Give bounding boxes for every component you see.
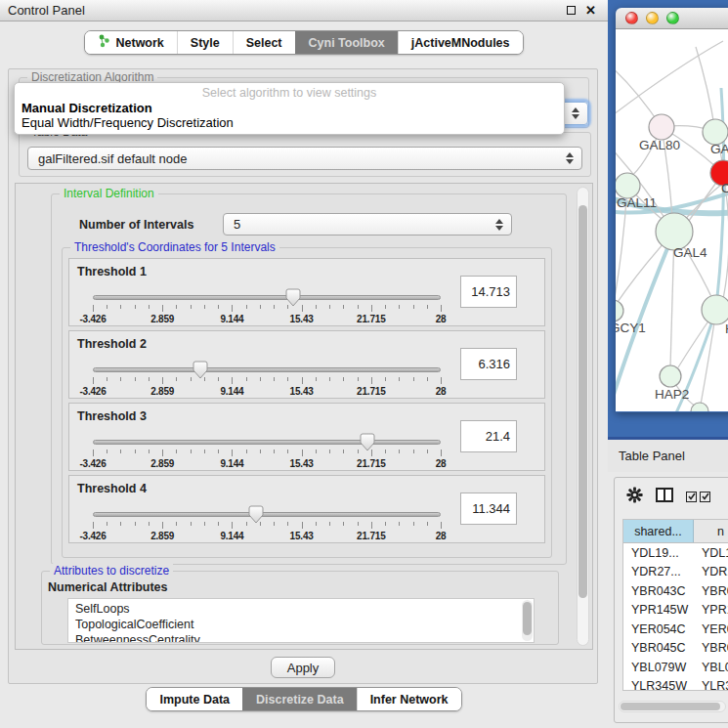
cyni-toolbox-panel: Discretization Algorithm Table Data galF… bbox=[8, 68, 598, 684]
checkbox-icon[interactable] bbox=[686, 492, 697, 502]
table-row[interactable]: YER054CYER0 bbox=[623, 620, 728, 639]
cell-name: YPR1 bbox=[694, 603, 728, 617]
attribute-item-topologicalcoefficient[interactable]: TopologicalCoefficient bbox=[75, 617, 534, 632]
table-row[interactable]: YBR045CYBR0 bbox=[623, 639, 728, 659]
node-label: GAL11 bbox=[617, 195, 657, 210]
table-row[interactable]: YLR345WYLR3 bbox=[623, 677, 728, 692]
right-column: GAL80GACGAL11GAL4GCY1HHAP2 Table Panel s… bbox=[608, 0, 728, 728]
close-traffic-light-icon[interactable] bbox=[625, 12, 638, 24]
attribute-item-selfloops[interactable]: SelfLoops bbox=[75, 601, 534, 617]
column-header-name[interactable]: n bbox=[694, 520, 728, 542]
threshold-slider[interactable]: -3.4262.8599.14415.4321.71528 bbox=[93, 359, 441, 396]
table-row[interactable]: YBL079WYBL0 bbox=[623, 658, 728, 677]
algorithm-option-manual-discretization[interactable]: Manual Discretization bbox=[15, 101, 564, 115]
attributes-group-title: Attributes to discretize bbox=[50, 564, 173, 578]
slider-ticks bbox=[93, 305, 441, 313]
network-node-hap2[interactable] bbox=[660, 365, 681, 387]
close-icon[interactable]: ✕ bbox=[585, 6, 596, 16]
table-data-combobox[interactable]: galFiltered.sif default node bbox=[27, 147, 582, 170]
bottom-tab-impute-data-label: Impute Data bbox=[159, 693, 230, 707]
numerical-attributes-label: Numerical Attributes bbox=[48, 580, 167, 594]
cell-name: YER0 bbox=[694, 622, 728, 636]
table-row[interactable]: YDR27...YDR2 bbox=[623, 563, 728, 582]
algorithm-option-equal-width-frequency-discretization[interactable]: Equal Width/Frequency Discretization bbox=[15, 115, 564, 130]
threshold-slider[interactable]: -3.4262.8599.14415.4321.71528 bbox=[93, 286, 441, 323]
slider-track[interactable] bbox=[93, 440, 441, 445]
cell-shared-name: YLR345W bbox=[623, 679, 694, 691]
network-node-gal80[interactable] bbox=[649, 114, 674, 140]
threshold-value-field[interactable]: 21.4 bbox=[460, 420, 517, 452]
threshold-value-field[interactable]: 6.316 bbox=[460, 348, 517, 380]
number-of-intervals-combobox[interactable]: 5 bbox=[223, 213, 512, 236]
network-node-gcy1[interactable] bbox=[616, 300, 623, 321]
cell-shared-name: YDL19... bbox=[623, 546, 694, 560]
bottom-tab-infer-network[interactable]: Infer Network bbox=[357, 688, 461, 710]
settings-scroll-panel: Interval Definition Number of Intervals … bbox=[15, 183, 593, 650]
node-label: GAL4 bbox=[673, 245, 707, 260]
bottom-tab-discretize-data[interactable]: Discretize Data bbox=[242, 688, 357, 710]
thresholds-group: Threshold's Coordinates for 5 Intervals … bbox=[62, 247, 552, 558]
tab-jactivemnodules[interactable]: jActiveMNodules bbox=[398, 31, 523, 54]
table-panel: shared...n YDL19...YDL1YDR27...YDR2YBR04… bbox=[614, 477, 728, 723]
zoom-traffic-light-icon[interactable] bbox=[666, 12, 679, 24]
column-view-icon[interactable] bbox=[656, 488, 673, 506]
apply-button[interactable]: Apply bbox=[271, 657, 335, 678]
tick-label: 21.715 bbox=[357, 386, 385, 397]
tick-label: 15.43 bbox=[290, 314, 314, 324]
cell-name: YBL0 bbox=[694, 661, 728, 674]
threshold-panel-2: Threshold 2-3.4262.8599.14415.4321.71528… bbox=[68, 330, 545, 399]
attribute-list-scrollbar[interactable] bbox=[522, 600, 533, 641]
float-window-icon[interactable] bbox=[567, 6, 576, 15]
threshold-panel-4: Threshold 4-3.4262.8599.14415.4321.71528… bbox=[68, 475, 545, 543]
cell-name: YDL1 bbox=[694, 546, 728, 560]
network-canvas[interactable]: GAL80GACGAL11GAL4GCY1HHAP2 bbox=[616, 29, 728, 411]
table-row[interactable]: YDL19...YDL1 bbox=[623, 543, 728, 563]
threshold-slider[interactable]: -3.4262.8599.14415.4321.71528 bbox=[93, 503, 441, 540]
control-panel-titlebar: Control Panel ✕ bbox=[0, 0, 608, 21]
checkbox-icon[interactable] bbox=[700, 492, 710, 502]
tick-label: 9.144 bbox=[220, 314, 243, 324]
cell-name: YDR2 bbox=[694, 565, 728, 578]
number-of-intervals-label: Number of Intervals bbox=[79, 218, 193, 232]
threshold-value-field[interactable]: 14.713 bbox=[460, 276, 517, 308]
threshold-value-field[interactable]: 11.344 bbox=[460, 492, 517, 525]
table-row[interactable]: YBR043CYBR0 bbox=[623, 581, 728, 601]
network-edge[interactable] bbox=[616, 41, 723, 117]
tab-cyni-toolbox-label: Cyni Toolbox bbox=[309, 36, 385, 50]
network-node-h[interactable] bbox=[702, 295, 728, 324]
gear-icon[interactable] bbox=[626, 487, 643, 507]
tab-cyni-toolbox[interactable]: Cyni Toolbox bbox=[295, 31, 398, 54]
bottom-tab-impute-data[interactable]: Impute Data bbox=[147, 688, 242, 710]
slider-tick-labels: -3.4262.8599.14415.4321.71528 bbox=[93, 314, 441, 323]
top-tab-bar: NetworkStyleSelectCyni ToolboxjActiveMNo… bbox=[84, 30, 523, 55]
slider-track[interactable] bbox=[93, 367, 441, 372]
slider-track[interactable] bbox=[93, 295, 441, 300]
slider-track[interactable] bbox=[93, 512, 441, 517]
threshold-slider[interactable]: -3.4262.8599.14415.4321.71528 bbox=[93, 431, 441, 468]
tick-label: -3.426 bbox=[79, 531, 106, 541]
numerical-attributes-list[interactable]: SelfLoopsTopologicalCoefficientBetweenne… bbox=[67, 598, 535, 643]
settings-vertical-scrollbar[interactable] bbox=[577, 187, 589, 646]
node-label: GAL80 bbox=[639, 138, 680, 152]
column-header-shared-name[interactable]: shared... bbox=[623, 520, 694, 542]
tab-select[interactable]: Select bbox=[233, 31, 295, 54]
tick-label: -3.426 bbox=[79, 386, 106, 397]
table-panel-title: Table Panel bbox=[619, 449, 685, 463]
node-label: C bbox=[721, 181, 728, 195]
table-row[interactable]: YPR145WYPR1 bbox=[623, 601, 728, 621]
tick-label: 28 bbox=[436, 458, 447, 469]
tab-network[interactable]: Network bbox=[85, 31, 176, 54]
minimize-traffic-light-icon[interactable] bbox=[646, 12, 659, 24]
tick-label: 2.859 bbox=[150, 458, 174, 469]
attribute-item-betweennesscentrality[interactable]: BetweennessCentrality bbox=[75, 632, 534, 643]
threshold-label: Threshold 1 bbox=[77, 265, 147, 278]
combo-arrows-icon bbox=[566, 152, 581, 164]
threshold-label: Threshold 2 bbox=[77, 337, 147, 351]
attributes-group: Attributes to discretize Numerical Attri… bbox=[41, 571, 559, 645]
slider-ticks bbox=[93, 522, 441, 530]
table-horizontal-scrollbar[interactable] bbox=[619, 701, 726, 712]
tab-style[interactable]: Style bbox=[177, 31, 233, 54]
network-node[interactable] bbox=[691, 403, 708, 411]
node-attribute-table[interactable]: shared...n YDL19...YDL1YDR27...YDR2YBR04… bbox=[622, 519, 728, 691]
tick-label: -3.426 bbox=[79, 458, 106, 469]
